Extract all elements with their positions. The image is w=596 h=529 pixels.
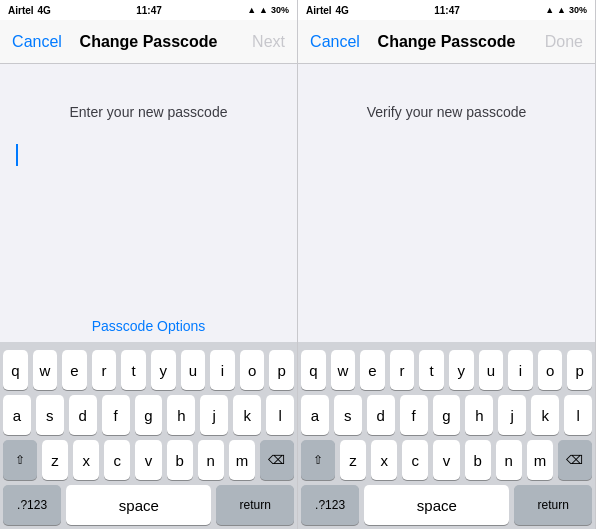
- key-f[interactable]: f: [102, 395, 130, 435]
- key-row-3-right: ⇧ z x c v b n m ⌫: [301, 440, 592, 480]
- key-d-r[interactable]: d: [367, 395, 395, 435]
- wifi-icon-right: ▲: [557, 5, 566, 15]
- key-e[interactable]: e: [62, 350, 87, 390]
- signal-icon: ▲: [247, 5, 256, 15]
- key-row-4-right: .?123 space return: [301, 485, 592, 525]
- key-i[interactable]: i: [210, 350, 235, 390]
- key-a-r[interactable]: a: [301, 395, 329, 435]
- key-z[interactable]: z: [42, 440, 68, 480]
- key-y[interactable]: y: [151, 350, 176, 390]
- key-c-r[interactable]: c: [402, 440, 428, 480]
- nav-bar-right: Cancel Change Passcode Done: [298, 20, 595, 64]
- key-h-r[interactable]: h: [465, 395, 493, 435]
- key-row-2-right: a s d f g h j k l: [301, 395, 592, 435]
- key-x[interactable]: x: [73, 440, 99, 480]
- key-m[interactable]: m: [229, 440, 255, 480]
- key-a[interactable]: a: [3, 395, 31, 435]
- return-key-right[interactable]: return: [514, 485, 592, 525]
- key-n-r[interactable]: n: [496, 440, 522, 480]
- key-k[interactable]: k: [233, 395, 261, 435]
- key-u-r[interactable]: u: [479, 350, 504, 390]
- key-v-r[interactable]: v: [433, 440, 459, 480]
- status-left: Airtel 4G: [8, 5, 51, 16]
- key-r-r[interactable]: r: [390, 350, 415, 390]
- key-g[interactable]: g: [135, 395, 163, 435]
- key-k-r[interactable]: k: [531, 395, 559, 435]
- status-bar-left: Airtel 4G 11:47 ▲ ▲ 30%: [0, 0, 297, 20]
- key-w-r[interactable]: w: [331, 350, 356, 390]
- key-h[interactable]: h: [167, 395, 195, 435]
- key-c[interactable]: c: [104, 440, 130, 480]
- cancel-button-left[interactable]: Cancel: [12, 33, 62, 51]
- passcode-options-area: Passcode Options: [92, 174, 206, 342]
- network-type-right: 4G: [336, 5, 349, 16]
- key-q[interactable]: q: [3, 350, 28, 390]
- shift-key-left[interactable]: ⇧: [3, 440, 37, 480]
- page-title-left: Change Passcode: [80, 33, 218, 51]
- key-r[interactable]: r: [92, 350, 117, 390]
- key-x-r[interactable]: x: [371, 440, 397, 480]
- status-right: ▲ ▲ 30%: [247, 5, 289, 15]
- network-type: 4G: [38, 5, 51, 16]
- key-b[interactable]: b: [167, 440, 193, 480]
- key-s-r[interactable]: s: [334, 395, 362, 435]
- key-j[interactable]: j: [200, 395, 228, 435]
- space-key-left[interactable]: space: [66, 485, 211, 525]
- page-title-right: Change Passcode: [378, 33, 516, 51]
- key-u[interactable]: u: [181, 350, 206, 390]
- delete-key-left[interactable]: ⌫: [260, 440, 294, 480]
- key-row-2: a s d f g h j k l: [3, 395, 294, 435]
- key-d[interactable]: d: [69, 395, 97, 435]
- key-i-r[interactable]: i: [508, 350, 533, 390]
- key-z-r[interactable]: z: [340, 440, 366, 480]
- passcode-input-left[interactable]: [0, 136, 297, 174]
- key-m-r[interactable]: m: [527, 440, 553, 480]
- key-q-r[interactable]: q: [301, 350, 326, 390]
- content-area-left: Enter your new passcode Passcode Options: [0, 64, 297, 342]
- shift-key-right[interactable]: ⇧: [301, 440, 335, 480]
- key-l-r[interactable]: l: [564, 395, 592, 435]
- battery-label-right: 30%: [569, 5, 587, 15]
- key-f-r[interactable]: f: [400, 395, 428, 435]
- time-label: 11:47: [136, 5, 162, 16]
- signal-icon-right: ▲: [545, 5, 554, 15]
- key-e-r[interactable]: e: [360, 350, 385, 390]
- status-bar-right: Airtel 4G 11:47 ▲ ▲ 30%: [298, 0, 595, 20]
- key-v[interactable]: v: [135, 440, 161, 480]
- key-o-r[interactable]: o: [538, 350, 563, 390]
- passcode-input-right[interactable]: [298, 136, 595, 172]
- key-w[interactable]: w: [33, 350, 58, 390]
- key-g-r[interactable]: g: [433, 395, 461, 435]
- content-area-right: Verify your new passcode: [298, 64, 595, 342]
- key-p[interactable]: p: [269, 350, 294, 390]
- key-o[interactable]: o: [240, 350, 265, 390]
- key-s[interactable]: s: [36, 395, 64, 435]
- battery-label: 30%: [271, 5, 289, 15]
- key-n[interactable]: n: [198, 440, 224, 480]
- key-t-r[interactable]: t: [419, 350, 444, 390]
- key-p-r[interactable]: p: [567, 350, 592, 390]
- sym-key-left[interactable]: .?123: [3, 485, 61, 525]
- passcode-options-link[interactable]: Passcode Options: [92, 318, 206, 334]
- key-row-1: q w e r t y u i o p: [3, 350, 294, 390]
- key-l[interactable]: l: [266, 395, 294, 435]
- verify-panel: Airtel 4G 11:47 ▲ ▲ 30% Cancel Change Pa…: [298, 0, 596, 529]
- key-row-3: ⇧ z x c v b n m ⌫: [3, 440, 294, 480]
- return-key-left[interactable]: return: [216, 485, 294, 525]
- keyboard-left: q w e r t y u i o p a s d f g h j k l ⇧ …: [0, 342, 297, 529]
- delete-key-right[interactable]: ⌫: [558, 440, 592, 480]
- key-j-r[interactable]: j: [498, 395, 526, 435]
- instruction-left: Enter your new passcode: [70, 104, 228, 120]
- enter-panel: Airtel 4G 11:47 ▲ ▲ 30% Cancel Change Pa…: [0, 0, 298, 529]
- key-y-r[interactable]: y: [449, 350, 474, 390]
- space-key-right[interactable]: space: [364, 485, 509, 525]
- cancel-button-right[interactable]: Cancel: [310, 33, 360, 51]
- sym-key-right[interactable]: .?123: [301, 485, 359, 525]
- instruction-right: Verify your new passcode: [367, 104, 527, 120]
- done-button[interactable]: Done: [533, 33, 583, 51]
- key-row-4: .?123 space return: [3, 485, 294, 525]
- next-button[interactable]: Next: [235, 33, 285, 51]
- carrier-label: Airtel: [8, 5, 34, 16]
- key-b-r[interactable]: b: [465, 440, 491, 480]
- key-t[interactable]: t: [121, 350, 146, 390]
